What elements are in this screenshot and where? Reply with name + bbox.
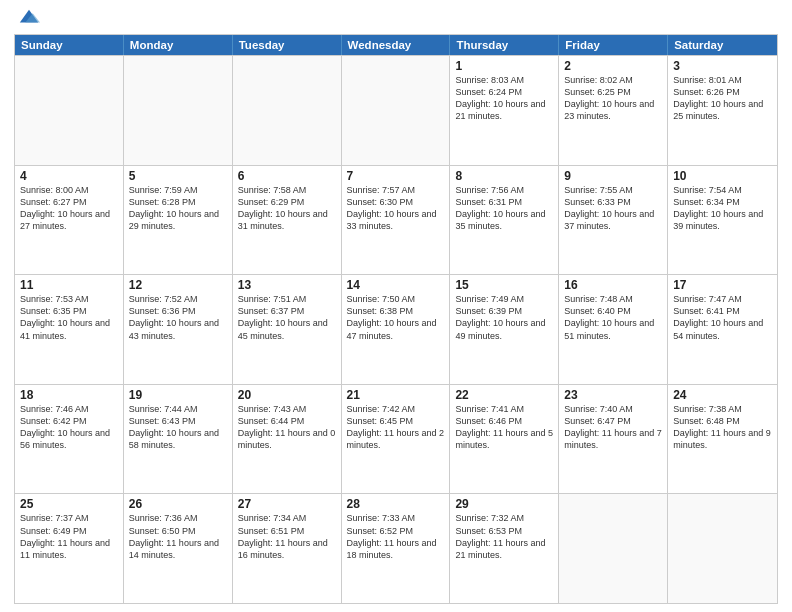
calendar-week-2: 4Sunrise: 8:00 AM Sunset: 6:27 PM Daylig…: [15, 165, 777, 275]
calendar-cell: 22Sunrise: 7:41 AM Sunset: 6:46 PM Dayli…: [450, 385, 559, 494]
day-number: 12: [129, 278, 227, 292]
day-info: Sunrise: 7:50 AM Sunset: 6:38 PM Dayligh…: [347, 293, 445, 342]
day-number: 4: [20, 169, 118, 183]
logo-icon: [18, 6, 40, 28]
calendar-cell: 13Sunrise: 7:51 AM Sunset: 6:37 PM Dayli…: [233, 275, 342, 384]
day-number: 16: [564, 278, 662, 292]
day-number: 6: [238, 169, 336, 183]
header-day-tuesday: Tuesday: [233, 35, 342, 55]
calendar-week-4: 18Sunrise: 7:46 AM Sunset: 6:42 PM Dayli…: [15, 384, 777, 494]
calendar-cell: 11Sunrise: 7:53 AM Sunset: 6:35 PM Dayli…: [15, 275, 124, 384]
day-number: 5: [129, 169, 227, 183]
day-number: 8: [455, 169, 553, 183]
day-info: Sunrise: 7:47 AM Sunset: 6:41 PM Dayligh…: [673, 293, 772, 342]
calendar-cell: [15, 56, 124, 165]
calendar-cell: 24Sunrise: 7:38 AM Sunset: 6:48 PM Dayli…: [668, 385, 777, 494]
calendar-cell: 27Sunrise: 7:34 AM Sunset: 6:51 PM Dayli…: [233, 494, 342, 603]
day-info: Sunrise: 7:48 AM Sunset: 6:40 PM Dayligh…: [564, 293, 662, 342]
logo: [14, 10, 40, 28]
day-number: 21: [347, 388, 445, 402]
calendar-cell: 8Sunrise: 7:56 AM Sunset: 6:31 PM Daylig…: [450, 166, 559, 275]
day-number: 27: [238, 497, 336, 511]
calendar-cell: 4Sunrise: 8:00 AM Sunset: 6:27 PM Daylig…: [15, 166, 124, 275]
calendar-cell: 14Sunrise: 7:50 AM Sunset: 6:38 PM Dayli…: [342, 275, 451, 384]
day-number: 23: [564, 388, 662, 402]
day-info: Sunrise: 8:01 AM Sunset: 6:26 PM Dayligh…: [673, 74, 772, 123]
calendar-week-5: 25Sunrise: 7:37 AM Sunset: 6:49 PM Dayli…: [15, 493, 777, 603]
calendar-cell: 21Sunrise: 7:42 AM Sunset: 6:45 PM Dayli…: [342, 385, 451, 494]
calendar-cell: 17Sunrise: 7:47 AM Sunset: 6:41 PM Dayli…: [668, 275, 777, 384]
calendar-cell: 7Sunrise: 7:57 AM Sunset: 6:30 PM Daylig…: [342, 166, 451, 275]
calendar-cell: 3Sunrise: 8:01 AM Sunset: 6:26 PM Daylig…: [668, 56, 777, 165]
day-info: Sunrise: 7:44 AM Sunset: 6:43 PM Dayligh…: [129, 403, 227, 452]
day-number: 1: [455, 59, 553, 73]
day-number: 3: [673, 59, 772, 73]
day-info: Sunrise: 7:42 AM Sunset: 6:45 PM Dayligh…: [347, 403, 445, 452]
day-info: Sunrise: 7:49 AM Sunset: 6:39 PM Dayligh…: [455, 293, 553, 342]
day-info: Sunrise: 7:57 AM Sunset: 6:30 PM Dayligh…: [347, 184, 445, 233]
calendar-cell: 1Sunrise: 8:03 AM Sunset: 6:24 PM Daylig…: [450, 56, 559, 165]
day-number: 10: [673, 169, 772, 183]
calendar-cell: 9Sunrise: 7:55 AM Sunset: 6:33 PM Daylig…: [559, 166, 668, 275]
calendar-cell: 20Sunrise: 7:43 AM Sunset: 6:44 PM Dayli…: [233, 385, 342, 494]
calendar-cell: 16Sunrise: 7:48 AM Sunset: 6:40 PM Dayli…: [559, 275, 668, 384]
calendar-body: 1Sunrise: 8:03 AM Sunset: 6:24 PM Daylig…: [15, 55, 777, 603]
calendar-cell: 28Sunrise: 7:33 AM Sunset: 6:52 PM Dayli…: [342, 494, 451, 603]
day-info: Sunrise: 8:00 AM Sunset: 6:27 PM Dayligh…: [20, 184, 118, 233]
calendar-cell: [342, 56, 451, 165]
day-info: Sunrise: 7:34 AM Sunset: 6:51 PM Dayligh…: [238, 512, 336, 561]
calendar-cell: [668, 494, 777, 603]
day-number: 11: [20, 278, 118, 292]
calendar-cell: [124, 56, 233, 165]
day-info: Sunrise: 7:52 AM Sunset: 6:36 PM Dayligh…: [129, 293, 227, 342]
day-number: 14: [347, 278, 445, 292]
day-number: 22: [455, 388, 553, 402]
day-info: Sunrise: 7:33 AM Sunset: 6:52 PM Dayligh…: [347, 512, 445, 561]
day-info: Sunrise: 7:40 AM Sunset: 6:47 PM Dayligh…: [564, 403, 662, 452]
calendar-cell: 29Sunrise: 7:32 AM Sunset: 6:53 PM Dayli…: [450, 494, 559, 603]
day-number: 19: [129, 388, 227, 402]
day-number: 20: [238, 388, 336, 402]
day-info: Sunrise: 7:54 AM Sunset: 6:34 PM Dayligh…: [673, 184, 772, 233]
header-day-wednesday: Wednesday: [342, 35, 451, 55]
calendar-header: SundayMondayTuesdayWednesdayThursdayFrid…: [15, 35, 777, 55]
day-info: Sunrise: 7:56 AM Sunset: 6:31 PM Dayligh…: [455, 184, 553, 233]
day-number: 13: [238, 278, 336, 292]
day-number: 2: [564, 59, 662, 73]
header-day-saturday: Saturday: [668, 35, 777, 55]
day-info: Sunrise: 8:02 AM Sunset: 6:25 PM Dayligh…: [564, 74, 662, 123]
calendar-cell: 15Sunrise: 7:49 AM Sunset: 6:39 PM Dayli…: [450, 275, 559, 384]
day-number: 18: [20, 388, 118, 402]
day-number: 17: [673, 278, 772, 292]
calendar-cell: [559, 494, 668, 603]
day-info: Sunrise: 7:51 AM Sunset: 6:37 PM Dayligh…: [238, 293, 336, 342]
calendar-cell: 26Sunrise: 7:36 AM Sunset: 6:50 PM Dayli…: [124, 494, 233, 603]
calendar-cell: 2Sunrise: 8:02 AM Sunset: 6:25 PM Daylig…: [559, 56, 668, 165]
day-info: Sunrise: 7:59 AM Sunset: 6:28 PM Dayligh…: [129, 184, 227, 233]
day-number: 24: [673, 388, 772, 402]
day-info: Sunrise: 7:37 AM Sunset: 6:49 PM Dayligh…: [20, 512, 118, 561]
calendar: SundayMondayTuesdayWednesdayThursdayFrid…: [14, 34, 778, 604]
day-info: Sunrise: 7:55 AM Sunset: 6:33 PM Dayligh…: [564, 184, 662, 233]
calendar-cell: [233, 56, 342, 165]
day-info: Sunrise: 7:53 AM Sunset: 6:35 PM Dayligh…: [20, 293, 118, 342]
calendar-cell: 5Sunrise: 7:59 AM Sunset: 6:28 PM Daylig…: [124, 166, 233, 275]
calendar-page: SundayMondayTuesdayWednesdayThursdayFrid…: [0, 0, 792, 612]
header-day-friday: Friday: [559, 35, 668, 55]
header-day-sunday: Sunday: [15, 35, 124, 55]
day-number: 9: [564, 169, 662, 183]
day-number: 26: [129, 497, 227, 511]
day-info: Sunrise: 7:58 AM Sunset: 6:29 PM Dayligh…: [238, 184, 336, 233]
calendar-cell: 18Sunrise: 7:46 AM Sunset: 6:42 PM Dayli…: [15, 385, 124, 494]
calendar-cell: 6Sunrise: 7:58 AM Sunset: 6:29 PM Daylig…: [233, 166, 342, 275]
calendar-cell: 25Sunrise: 7:37 AM Sunset: 6:49 PM Dayli…: [15, 494, 124, 603]
day-info: Sunrise: 7:32 AM Sunset: 6:53 PM Dayligh…: [455, 512, 553, 561]
header-day-monday: Monday: [124, 35, 233, 55]
day-number: 7: [347, 169, 445, 183]
page-header: [14, 10, 778, 28]
header-day-thursday: Thursday: [450, 35, 559, 55]
calendar-week-1: 1Sunrise: 8:03 AM Sunset: 6:24 PM Daylig…: [15, 55, 777, 165]
calendar-cell: 12Sunrise: 7:52 AM Sunset: 6:36 PM Dayli…: [124, 275, 233, 384]
day-info: Sunrise: 7:46 AM Sunset: 6:42 PM Dayligh…: [20, 403, 118, 452]
day-number: 29: [455, 497, 553, 511]
